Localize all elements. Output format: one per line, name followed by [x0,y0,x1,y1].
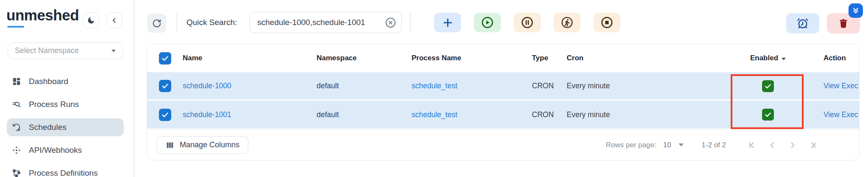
previous-page-button[interactable] [768,140,777,150]
rows-per-page-value[interactable]: 10 [663,141,671,149]
columns-icon [165,140,175,150]
runner-circle-icon [561,16,573,29]
process-name-link[interactable]: schedule_test [412,81,457,90]
sidebar-item-label: Process Runs [29,100,79,109]
add-schedule-button[interactable] [434,13,461,32]
sidebar-item-api-webhooks[interactable]: API/Webhooks [7,141,124,159]
namespace-select[interactable]: Select Namespace [8,42,123,59]
sidebar-item-dashboard[interactable]: Dashboard [7,73,124,90]
play-circle-icon [481,16,494,29]
sidebar-item-label: Dashboard [29,77,68,86]
enabled-checkbox[interactable] [762,109,774,121]
cell-namespace: default [317,110,412,119]
alarm-clock-icon [797,17,809,29]
column-header-type: Type [532,54,567,62]
chevron-down-icon [111,50,116,52]
cell-type: CRON [532,110,567,119]
trigger-run-button[interactable] [554,13,581,32]
table-row[interactable]: schedule-1001 default schedule_test CRON… [147,101,859,129]
row-checkbox[interactable] [159,80,171,92]
row-checkbox[interactable] [159,109,171,121]
table-row[interactable]: schedule-1000 default schedule_test CRON… [147,73,859,101]
sidebar-item-process-runs[interactable]: Process Runs [7,96,124,113]
rows-per-page-caret-icon[interactable] [679,143,684,146]
pause-button[interactable] [514,13,541,32]
resume-button[interactable] [474,13,501,32]
sidebar-item-schedules[interactable]: Schedules [7,118,124,136]
manage-columns-button[interactable]: Manage Columns [156,136,248,154]
divider [410,12,411,33]
column-header-cron: Cron [567,54,732,62]
column-header-namespace: Namespace [317,54,412,62]
pagination: Rows per page: 10 1-2 of 2 [606,140,818,150]
dark-mode-toggle[interactable] [83,12,99,28]
select-all-checkbox[interactable] [159,52,171,65]
scroll-down-badge[interactable] [849,3,863,18]
schedule-name-link[interactable]: schedule-1001 [183,110,231,119]
workflow-tree-icon [12,169,21,177]
view-executions-link[interactable]: View Exec [823,81,858,90]
cell-namespace: default [317,81,412,90]
cell-cron: Every minute [567,110,732,119]
first-page-button[interactable] [747,140,757,150]
table-footer: Manage Columns Rows per page: 10 1-2 of … [147,129,859,160]
sidebar-item-label: Process Definitions [29,169,98,177]
column-header-enabled[interactable]: Enabled [750,54,786,62]
stop-button[interactable] [593,13,620,32]
trash-icon [838,18,849,29]
history-gear-icon [12,123,21,132]
double-chevron-down-icon [851,6,860,15]
sidebar-item-label: API/Webhooks [29,146,82,155]
refresh-button[interactable] [147,14,166,33]
namespace-placeholder: Select Namespace [15,46,79,55]
schedules-table-card: Name Namespace Process Name Type Cron En… [147,44,860,160]
sidebar-collapse-button[interactable] [106,12,122,28]
schedule-name-link[interactable]: schedule-1000 [183,81,231,90]
arrows-out-icon [12,146,21,155]
column-header-process-name: Process Name [412,54,532,62]
stop-circle-icon [601,16,613,29]
quick-search-input[interactable] [257,18,385,27]
circle-x-icon [385,17,396,28]
quick-search-label: Quick Search: [186,18,237,27]
chevron-left-icon [111,17,118,24]
pagination-range: 1-2 of 2 [701,141,726,149]
cell-type: CRON [532,81,567,90]
next-page-button[interactable] [788,140,797,150]
column-header-name: Name [183,54,317,62]
divider [176,13,177,32]
manage-columns-label: Manage Columns [180,140,239,149]
last-page-button[interactable] [808,140,818,150]
plus-icon [442,17,453,28]
quick-search-box [249,12,402,33]
process-name-link[interactable]: schedule_test [412,110,457,119]
sidebar-menu: Dashboard Process Runs Schedules [7,73,124,177]
dashboard-icon [12,77,21,86]
brand-logo: unmeshed [6,7,79,24]
rows-per-page-label: Rows per page: [606,141,656,149]
sort-caret-icon [782,58,786,60]
sidebar-item-label: Schedules [29,123,67,132]
pause-circle-icon [521,16,534,29]
view-executions-link[interactable]: View Exec [823,110,858,119]
table-header-row: Name Namespace Process Name Type Cron En… [147,44,859,73]
column-header-action: Action [804,54,859,62]
moon-icon [87,16,95,25]
search-list-icon [12,100,21,109]
refresh-icon [152,19,161,28]
enabled-checkbox[interactable] [762,80,774,92]
sidebar-item-process-definitions[interactable]: Process Definitions [7,164,124,177]
sidebar: unmeshed Select Namespace Dashboard Proc… [0,0,134,177]
clear-search-button[interactable] [385,17,396,28]
cell-cron: Every minute [567,81,732,90]
schedule-alerts-button[interactable] [786,13,819,34]
